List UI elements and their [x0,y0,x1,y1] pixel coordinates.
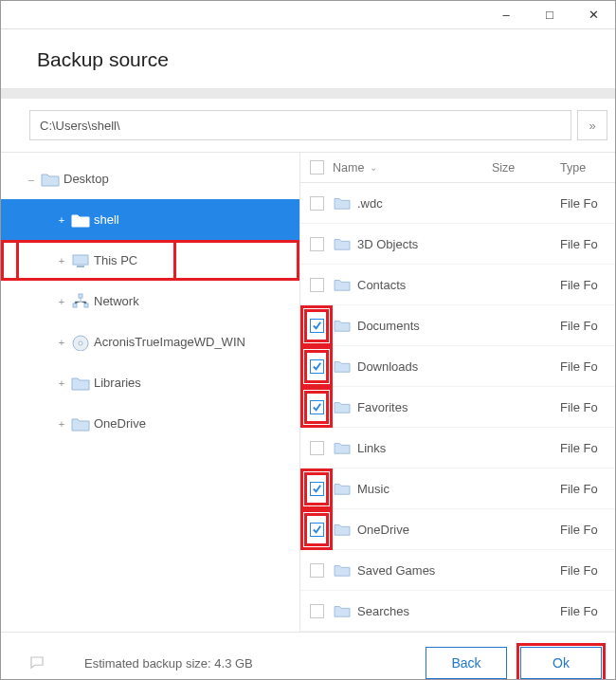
minimize-icon: – [502,8,509,22]
row-name-cell: 3D Objects [333,236,492,251]
path-bar: » [1,99,615,153]
tree-item[interactable]: +Network [1,281,299,322]
header-checkbox-cell[interactable] [300,160,333,175]
folder-tree: –Desktop+shell+This PC+Network+AcronisTr… [1,153,300,632]
tree-item-label: Libraries [94,376,299,390]
row-checkbox-cell[interactable] [300,265,333,305]
chat-icon[interactable] [27,654,48,671]
footer: Estimated backup size: 4.3 GB Back Ok [1,633,615,680]
list-row[interactable]: DownloadsFile Fo [300,346,615,387]
row-type-cell: File Fo [560,196,615,211]
row-checkbox-cell[interactable] [300,224,333,265]
tree-expander[interactable]: + [54,296,67,307]
file-list: Name ⌄ Size Type .wdcFile Fo3D ObjectsFi… [300,153,615,632]
estimated-size-label: Estimated backup size: 4.3 GB [62,656,412,671]
list-row[interactable]: FavoritesFile Fo [300,387,615,428]
list-row[interactable]: .wdcFile Fo [300,183,615,224]
tree-item[interactable]: +This PC [1,240,299,281]
main-split: –Desktop+shell+This PC+Network+AcronisTr… [1,153,615,633]
ok-button[interactable]: Ok [520,647,602,679]
maximize-icon: □ [546,8,553,22]
tree-expander[interactable]: + [54,337,67,348]
list-row[interactable]: 3D ObjectsFile Fo [300,224,615,265]
row-checkbox-cell[interactable] [300,183,333,224]
row-name-label: Saved Games [357,563,435,578]
row-type-cell: File Fo [560,359,615,374]
row-type-cell: File Fo [560,400,615,414]
header-name[interactable]: Name ⌄ [333,161,492,175]
path-go-button[interactable]: » [577,110,607,140]
path-input[interactable] [29,110,571,140]
folder-icon [37,171,63,188]
maximize-button[interactable]: □ [528,1,571,29]
folder-icon [333,562,352,578]
pc-icon [67,252,94,269]
tree-expander[interactable]: – [24,174,37,185]
header-type[interactable]: Type [560,161,615,175]
titlebar: – □ ✕ [1,1,615,29]
tree-item-label: AcronisTrueImageWD_WIN [94,335,299,349]
row-checkbox[interactable] [310,319,324,333]
network-icon [67,293,94,310]
row-checkbox-cell[interactable] [300,305,333,346]
row-checkbox[interactable] [310,359,324,374]
list-row[interactable]: SearchesFile Fo [300,591,615,632]
row-type-cell: File Fo [560,237,615,251]
row-checkbox[interactable] [310,278,324,292]
row-type-cell: File Fo [560,604,615,618]
list-row[interactable]: OneDriveFile Fo [300,509,615,550]
minimize-button[interactable]: – [484,1,528,29]
tree-item[interactable]: +Libraries [1,362,299,403]
row-checkbox-cell[interactable] [300,550,333,591]
toolbar-strip [1,89,615,99]
row-checkbox[interactable] [310,482,324,496]
folder-icon [333,399,352,414]
tree-item[interactable]: +AcronisTrueImageWD_WIN [1,322,299,362]
row-checkbox[interactable] [310,604,324,618]
row-name-cell: Favorites [333,399,492,414]
row-type-cell: File Fo [560,523,615,537]
sort-caret-icon: ⌄ [370,162,377,173]
row-checkbox[interactable] [310,563,324,578]
row-checkbox[interactable] [310,523,324,537]
row-checkbox[interactable] [310,441,324,455]
tree-expander[interactable]: + [54,418,67,430]
back-button[interactable]: Back [426,647,507,679]
row-checkbox[interactable] [310,400,324,414]
list-row[interactable]: MusicFile Fo [300,469,615,509]
folder-icon [333,236,352,251]
folder-icon [333,318,352,333]
list-row[interactable]: ContactsFile Fo [300,265,615,305]
row-checkbox-cell[interactable] [300,591,333,632]
row-checkbox-cell[interactable] [300,346,333,387]
tree-item[interactable]: +OneDrive [1,403,299,444]
row-checkbox[interactable] [310,196,324,211]
header-size[interactable]: Size [492,161,560,175]
page-title: Backup source [1,29,615,89]
row-type-cell: File Fo [560,319,615,333]
tree-expander[interactable]: + [54,214,67,226]
row-checkbox[interactable] [310,237,324,251]
list-row[interactable]: DocumentsFile Fo [300,305,615,346]
row-name-label: 3D Objects [357,237,418,251]
list-row[interactable]: Saved GamesFile Fo [300,550,615,591]
folder-icon [333,195,352,211]
tree-item[interactable]: +shell [1,199,299,240]
row-checkbox-cell[interactable] [300,428,333,469]
tree-expander[interactable]: + [54,255,67,266]
row-checkbox-cell[interactable] [300,469,333,509]
row-name-label: Favorites [357,400,408,414]
row-name-label: Links [357,441,386,455]
close-button[interactable]: ✕ [571,1,615,29]
row-name-cell: Saved Games [333,562,492,578]
header-name-label: Name [333,161,364,175]
list-row[interactable]: LinksFile Fo [300,428,615,469]
folder-icon [333,603,352,618]
row-checkbox-cell[interactable] [300,509,333,550]
tree-item[interactable]: –Desktop [1,158,299,199]
tree-expander[interactable]: + [54,377,67,389]
select-all-checkbox[interactable] [310,160,324,175]
tree-item-label: Network [94,294,299,308]
tree-item-label: shell [94,212,299,227]
row-checkbox-cell[interactable] [300,387,333,428]
